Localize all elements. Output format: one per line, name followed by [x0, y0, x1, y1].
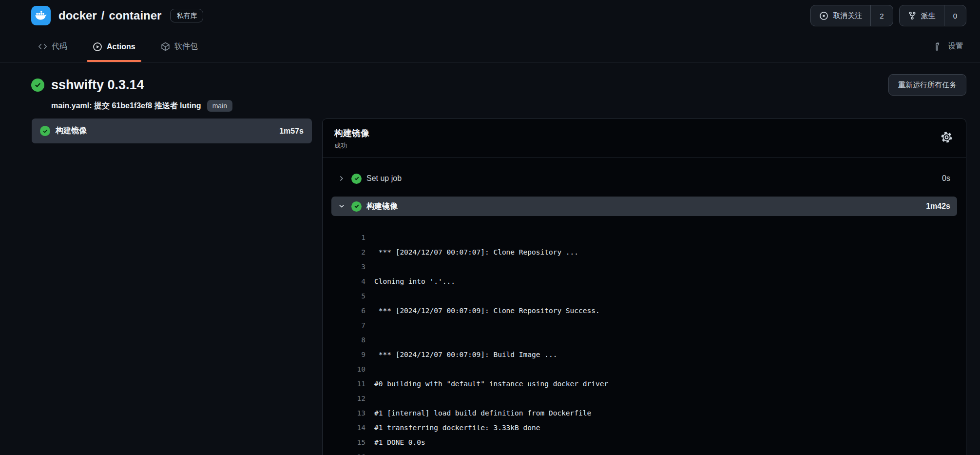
log-line-content: Cloning into '.'... — [374, 274, 455, 289]
code-icon — [38, 42, 47, 51]
step-success-check-icon — [351, 174, 362, 184]
repo-avatar[interactable] — [31, 6, 51, 25]
tab-actions[interactable]: Actions — [90, 31, 138, 62]
unwatch-button[interactable]: 取消关注 — [811, 5, 870, 26]
log-line: 9 *** [2024/12/07 00:07:09]: Build Image… — [323, 347, 966, 362]
log-line: 6 *** [2024/12/07 00:07:09]: Clone Repos… — [323, 303, 966, 318]
job-name: 构建镜像 — [56, 126, 87, 136]
fork-button-group: 派生 0 — [899, 5, 966, 26]
gear-icon[interactable] — [940, 131, 953, 144]
job-log-panel: 构建镜像 成功 Set up job 0s 构建镜像 — [322, 119, 966, 455]
log-line-number: 6 — [323, 303, 365, 318]
log-line-number: 13 — [323, 406, 365, 420]
wrench-icon — [934, 42, 943, 51]
step-row[interactable]: 构建镜像 1m42s — [331, 197, 957, 216]
run-title: sshwifty 0.3.14 — [51, 78, 144, 93]
log-line-number: 16 — [323, 450, 365, 455]
repo-owner-link[interactable]: docker — [58, 9, 97, 22]
log-line-number: 3 — [323, 259, 365, 274]
step-name: Set up job — [366, 174, 402, 183]
tab-code[interactable]: 代码 — [35, 31, 70, 62]
log-line: 13 #1 [internal] load build definition f… — [323, 406, 966, 420]
log-line-content: *** [2024/12/07 00:07:09]: Build Image .… — [374, 347, 557, 362]
tab-settings[interactable]: 设置 — [931, 31, 966, 62]
job-panel-header: 构建镜像 成功 — [323, 119, 966, 158]
job-list: 构建镜像 1m57s — [32, 119, 312, 455]
fork-button[interactable]: 派生 — [900, 5, 944, 26]
run-header: sshwifty 0.3.14 重新运行所有任务 main.yaml: 提交 6… — [0, 62, 980, 112]
log-lines: 1 2 *** [2024/12/07 00:07:07]: Clone Rep… — [323, 224, 966, 455]
log-line: 4 Cloning into '.'... — [323, 274, 966, 289]
log-line: 12 — [323, 391, 966, 406]
run-success-check-icon — [31, 79, 44, 92]
job-panel-status: 成功 — [334, 141, 954, 150]
log-line: 5 — [323, 289, 966, 303]
log-line-number: 9 — [323, 347, 365, 362]
log-line-number: 5 — [323, 289, 365, 303]
actions-play-icon — [93, 42, 102, 52]
log-line: 10 — [323, 362, 966, 376]
log-line-number: 2 — [323, 245, 365, 259]
top-header: docker / container 私有库 取消关注 2 — [0, 0, 980, 31]
job-list-item[interactable]: 构建镜像 1m57s — [32, 119, 312, 143]
step-name: 构建镜像 — [366, 201, 398, 212]
log-line-content: #0 building with "default" instance usin… — [374, 376, 608, 391]
tab-code-label: 代码 — [52, 41, 67, 52]
tab-packages[interactable]: 软件包 — [158, 31, 201, 62]
log-line: 3 — [323, 259, 966, 274]
run-content: 构建镜像 1m57s 构建镜像 成功 Set up job 0s — [32, 119, 966, 455]
log-line-content: #1 [internal] load build definition from… — [374, 406, 591, 420]
forks-count[interactable]: 0 — [944, 5, 966, 26]
log-line-number: 15 — [323, 435, 365, 450]
log-line: 8 — [323, 333, 966, 347]
log-line: 2 *** [2024/12/07 00:07:07]: Clone Repos… — [323, 245, 966, 259]
unwatch-button-group: 取消关注 2 — [810, 5, 893, 26]
log-line-content: #1 transferring dockerfile: 3.33kB done — [374, 420, 540, 435]
log-line-number: 7 — [323, 318, 365, 333]
log-line-number: 11 — [323, 376, 365, 391]
log-line-number: 10 — [323, 362, 365, 376]
branch-badge[interactable]: main — [207, 100, 232, 112]
repo-separator: / — [101, 9, 105, 22]
watchers-count[interactable]: 2 — [870, 5, 892, 26]
log-line-number: 12 — [323, 391, 365, 406]
tab-actions-label: Actions — [107, 42, 135, 51]
job-success-check-icon — [40, 126, 50, 136]
log-line-number: 14 — [323, 420, 365, 435]
log-line: 14 #1 transferring dockerfile: 3.33kB do… — [323, 420, 966, 435]
package-icon — [161, 42, 170, 51]
repo-breadcrumb: docker / container — [58, 9, 161, 22]
tab-spacer — [220, 31, 931, 62]
job-panel-title: 构建镜像 — [334, 127, 954, 139]
job-duration: 1m57s — [279, 127, 304, 136]
commit-info: main.yaml: 提交 61be1f3ef8 推送者 luting — [51, 101, 201, 111]
fork-label: 派生 — [921, 11, 936, 20]
log-line-number: 1 — [323, 230, 365, 245]
log-line: 15 #1 DONE 0.0s — [323, 435, 966, 450]
step-success-check-icon — [351, 201, 362, 212]
chevron-right-icon — [338, 203, 345, 210]
step-duration: 1m42s — [926, 202, 950, 211]
log-line: 1 — [323, 230, 966, 245]
repo-name-link[interactable]: container — [109, 9, 161, 22]
log-line-content: *** [2024/12/07 00:07:09]: Clone Reposit… — [374, 303, 600, 318]
unwatch-label: 取消关注 — [833, 11, 862, 20]
step-duration: 0s — [942, 174, 950, 183]
log-line: 7 — [323, 318, 966, 333]
log-line-number: 4 — [323, 274, 365, 289]
tab-packages-label: 软件包 — [174, 41, 198, 52]
eye-icon — [819, 11, 828, 20]
repo-tab-bar: 代码 Actions 软件包 设置 — [0, 31, 980, 62]
log-line: 11 #0 building with "default" instance u… — [323, 376, 966, 391]
step-row[interactable]: Set up job 0s — [331, 169, 957, 188]
tab-settings-label: 设置 — [948, 41, 963, 52]
docker-whale-icon — [35, 9, 47, 22]
rerun-all-jobs-button[interactable]: 重新运行所有任务 — [888, 74, 966, 96]
visibility-badge: 私有库 — [170, 9, 203, 23]
log-line-content: #1 DONE 0.0s — [374, 435, 425, 450]
chevron-right-icon — [338, 175, 345, 182]
fork-icon — [908, 11, 917, 20]
step-list: Set up job 0s 构建镜像 1m42s — [323, 158, 966, 224]
log-line-number: 8 — [323, 333, 365, 347]
log-line: 16 — [323, 450, 966, 455]
